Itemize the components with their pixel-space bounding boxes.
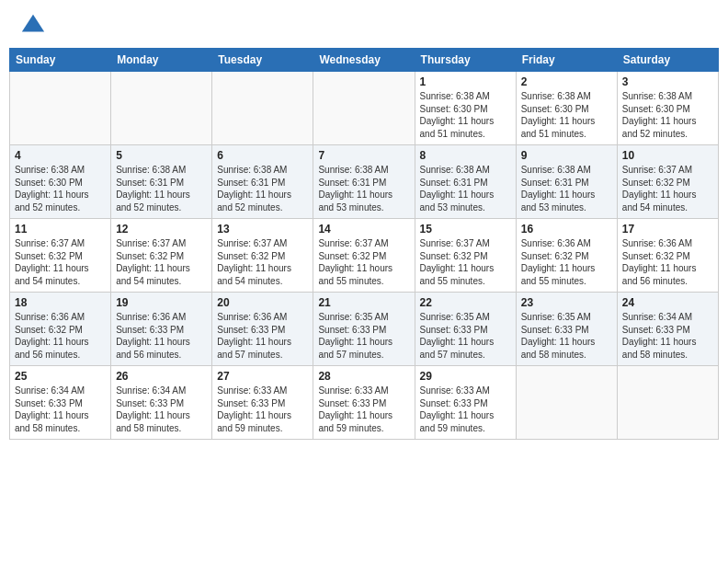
calendar-cell: 14Sunrise: 6:37 AM Sunset: 6:32 PM Dayli…	[313, 219, 415, 293]
day-info: Sunrise: 6:33 AM Sunset: 6:33 PM Dayligh…	[420, 385, 511, 434]
day-number: 9	[521, 149, 612, 162]
calendar-cell: 23Sunrise: 6:35 AM Sunset: 6:33 PM Dayli…	[516, 293, 617, 366]
day-info: Sunrise: 6:37 AM Sunset: 6:32 PM Dayligh…	[217, 237, 308, 287]
weekday-header: Saturday	[617, 49, 718, 72]
calendar-cell: 10Sunrise: 6:37 AM Sunset: 6:32 PM Dayli…	[617, 145, 718, 219]
day-number: 16	[521, 223, 612, 236]
calendar-table: SundayMondayTuesdayWednesdayThursdayFrid…	[9, 48, 719, 440]
calendar-cell: 4Sunrise: 6:38 AM Sunset: 6:30 PM Daylig…	[10, 145, 111, 219]
calendar-cell	[10, 72, 111, 145]
day-info: Sunrise: 6:38 AM Sunset: 6:30 PM Dayligh…	[420, 90, 511, 140]
day-info: Sunrise: 6:35 AM Sunset: 6:33 PM Dayligh…	[521, 311, 612, 361]
day-number: 24	[622, 296, 713, 309]
calendar-cell	[313, 72, 415, 145]
day-number: 21	[318, 296, 409, 309]
calendar-cell: 16Sunrise: 6:36 AM Sunset: 6:32 PM Dayli…	[516, 219, 617, 293]
day-number: 12	[116, 223, 207, 236]
calendar-cell: 12Sunrise: 6:37 AM Sunset: 6:32 PM Dayli…	[111, 219, 212, 293]
calendar-cell: 18Sunrise: 6:36 AM Sunset: 6:32 PM Dayli…	[10, 293, 111, 366]
day-info: Sunrise: 6:36 AM Sunset: 6:32 PM Dayligh…	[15, 311, 106, 361]
day-number: 20	[217, 296, 308, 309]
day-info: Sunrise: 6:34 AM Sunset: 6:33 PM Dayligh…	[15, 385, 106, 434]
svg-marker-0	[22, 15, 44, 32]
day-number: 18	[15, 296, 106, 309]
day-info: Sunrise: 6:36 AM Sunset: 6:32 PM Dayligh…	[622, 237, 713, 287]
calendar-cell: 3Sunrise: 6:38 AM Sunset: 6:30 PM Daylig…	[617, 72, 718, 145]
day-number: 17	[622, 223, 713, 236]
day-info: Sunrise: 6:36 AM Sunset: 6:33 PM Dayligh…	[217, 311, 308, 361]
calendar-week-row: 4Sunrise: 6:38 AM Sunset: 6:30 PM Daylig…	[10, 145, 719, 219]
day-info: Sunrise: 6:33 AM Sunset: 6:33 PM Dayligh…	[318, 385, 409, 434]
calendar-cell: 7Sunrise: 6:38 AM Sunset: 6:31 PM Daylig…	[313, 145, 415, 219]
day-number: 6	[217, 149, 308, 162]
day-info: Sunrise: 6:34 AM Sunset: 6:33 PM Dayligh…	[622, 311, 713, 361]
day-number: 15	[420, 223, 511, 236]
day-number: 8	[420, 149, 511, 162]
day-info: Sunrise: 6:37 AM Sunset: 6:32 PM Dayligh…	[116, 237, 207, 287]
calendar-cell: 22Sunrise: 6:35 AM Sunset: 6:33 PM Dayli…	[415, 293, 516, 366]
day-info: Sunrise: 6:36 AM Sunset: 6:33 PM Dayligh…	[116, 311, 207, 361]
day-info: Sunrise: 6:37 AM Sunset: 6:32 PM Dayligh…	[15, 237, 106, 287]
day-info: Sunrise: 6:38 AM Sunset: 6:30 PM Dayligh…	[521, 90, 612, 140]
day-info: Sunrise: 6:38 AM Sunset: 6:31 PM Dayligh…	[420, 164, 511, 213]
day-info: Sunrise: 6:37 AM Sunset: 6:32 PM Dayligh…	[318, 237, 409, 287]
calendar-cell: 9Sunrise: 6:38 AM Sunset: 6:31 PM Daylig…	[516, 145, 617, 219]
weekday-header: Thursday	[415, 49, 516, 72]
day-info: Sunrise: 6:38 AM Sunset: 6:31 PM Dayligh…	[521, 164, 612, 213]
calendar-week-row: 18Sunrise: 6:36 AM Sunset: 6:32 PM Dayli…	[10, 293, 719, 366]
weekday-header: Wednesday	[313, 49, 415, 72]
day-number: 3	[622, 75, 713, 88]
calendar-week-row: 11Sunrise: 6:37 AM Sunset: 6:32 PM Dayli…	[10, 219, 719, 293]
day-info: Sunrise: 6:36 AM Sunset: 6:32 PM Dayligh…	[521, 237, 612, 287]
logo	[17, 13, 46, 39]
day-number: 19	[116, 296, 207, 309]
calendar-cell: 19Sunrise: 6:36 AM Sunset: 6:33 PM Dayli…	[111, 293, 212, 366]
day-info: Sunrise: 6:37 AM Sunset: 6:32 PM Dayligh…	[622, 164, 713, 213]
day-number: 23	[521, 296, 612, 309]
weekday-header: Tuesday	[212, 49, 313, 72]
day-number: 13	[217, 223, 308, 236]
day-number: 7	[318, 149, 409, 162]
calendar-cell	[111, 72, 212, 145]
day-number: 26	[116, 370, 207, 383]
day-number: 5	[116, 149, 207, 162]
day-number: 27	[217, 370, 308, 383]
day-info: Sunrise: 6:35 AM Sunset: 6:33 PM Dayligh…	[420, 311, 511, 361]
day-number: 29	[420, 370, 511, 383]
calendar-cell: 27Sunrise: 6:33 AM Sunset: 6:33 PM Dayli…	[212, 366, 313, 440]
calendar-cell: 26Sunrise: 6:34 AM Sunset: 6:33 PM Dayli…	[111, 366, 212, 440]
calendar-cell	[212, 72, 313, 145]
calendar-cell: 6Sunrise: 6:38 AM Sunset: 6:31 PM Daylig…	[212, 145, 313, 219]
day-number: 28	[318, 370, 409, 383]
weekday-header-row: SundayMondayTuesdayWednesdayThursdayFrid…	[10, 49, 719, 72]
calendar-cell: 1Sunrise: 6:38 AM Sunset: 6:30 PM Daylig…	[415, 72, 516, 145]
day-info: Sunrise: 6:34 AM Sunset: 6:33 PM Dayligh…	[116, 385, 207, 434]
calendar-cell: 13Sunrise: 6:37 AM Sunset: 6:32 PM Dayli…	[212, 219, 313, 293]
calendar-cell: 8Sunrise: 6:38 AM Sunset: 6:31 PM Daylig…	[415, 145, 516, 219]
day-number: 14	[318, 223, 409, 236]
calendar-cell: 5Sunrise: 6:38 AM Sunset: 6:31 PM Daylig…	[111, 145, 212, 219]
day-info: Sunrise: 6:35 AM Sunset: 6:33 PM Dayligh…	[318, 311, 409, 361]
day-info: Sunrise: 6:38 AM Sunset: 6:30 PM Dayligh…	[622, 90, 713, 140]
calendar-cell: 24Sunrise: 6:34 AM Sunset: 6:33 PM Dayli…	[617, 293, 718, 366]
day-info: Sunrise: 6:33 AM Sunset: 6:33 PM Dayligh…	[217, 385, 308, 434]
day-number: 25	[15, 370, 106, 383]
day-info: Sunrise: 6:38 AM Sunset: 6:31 PM Dayligh…	[318, 164, 409, 213]
weekday-header: Sunday	[10, 49, 111, 72]
day-info: Sunrise: 6:38 AM Sunset: 6:30 PM Dayligh…	[15, 164, 106, 213]
calendar-cell: 2Sunrise: 6:38 AM Sunset: 6:30 PM Daylig…	[516, 72, 617, 145]
day-number: 1	[420, 75, 511, 88]
day-info: Sunrise: 6:38 AM Sunset: 6:31 PM Dayligh…	[217, 164, 308, 213]
calendar-cell: 15Sunrise: 6:37 AM Sunset: 6:32 PM Dayli…	[415, 219, 516, 293]
calendar-cell: 21Sunrise: 6:35 AM Sunset: 6:33 PM Dayli…	[313, 293, 415, 366]
calendar-cell: 17Sunrise: 6:36 AM Sunset: 6:32 PM Dayli…	[617, 219, 718, 293]
calendar-cell: 28Sunrise: 6:33 AM Sunset: 6:33 PM Dayli…	[313, 366, 415, 440]
day-number: 22	[420, 296, 511, 309]
weekday-header: Monday	[111, 49, 212, 72]
calendar-cell	[617, 366, 718, 440]
day-info: Sunrise: 6:37 AM Sunset: 6:32 PM Dayligh…	[420, 237, 511, 287]
calendar-week-row: 25Sunrise: 6:34 AM Sunset: 6:33 PM Dayli…	[10, 366, 719, 440]
day-number: 2	[521, 75, 612, 88]
day-number: 11	[15, 223, 106, 236]
day-number: 10	[622, 149, 713, 162]
